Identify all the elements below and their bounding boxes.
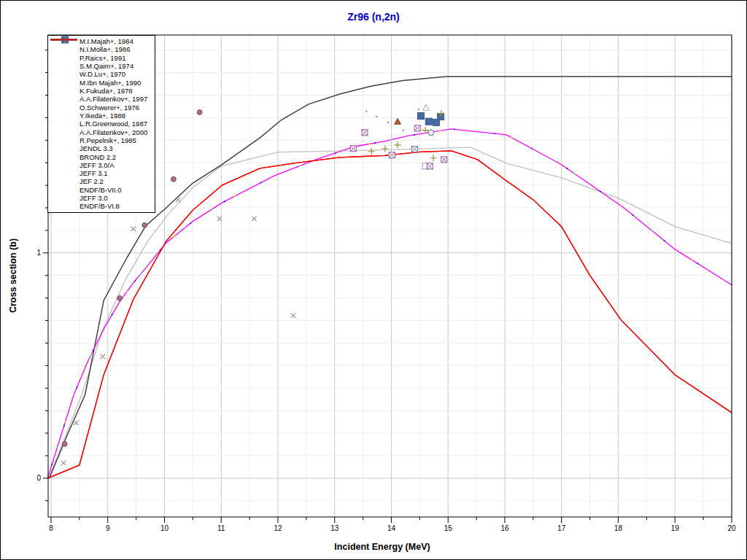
x-axis-label: Incident Energy (MeV) — [1, 542, 747, 552]
x-tick-label: 10 — [160, 524, 169, 532]
series-raics1991 — [61, 198, 295, 465]
legend-entry-schwerer1976: O.Schwerer+, 1976 — [48, 104, 155, 112]
legend-label: JEFF 3.0/A — [80, 162, 115, 169]
legend-label: N.I.Molla+, 1986 — [80, 46, 130, 53]
x-tick-label: 13 — [330, 524, 339, 532]
x-tick-label: 9 — [106, 524, 110, 532]
legend-entry-raics1991: P.Raics+, 1991 — [48, 54, 155, 62]
legend-box: M.I.Majah+, 1984N.I.Molla+, 1986P.Raics+… — [47, 35, 155, 213]
x-tick-label: 17 — [557, 524, 566, 532]
legend-entry-brond22: BROND 2.2 — [48, 153, 155, 161]
legend-label: Y.Ikeda+, 1988 — [80, 112, 125, 120]
legend-label: ENDF/B-VII.0 — [80, 187, 122, 194]
legend-label: W.D.Lu+, 1970 — [80, 71, 125, 78]
legend-label: JEF 2.2 — [80, 178, 104, 185]
legend-entry-lu1970: W.D.Lu+, 1970 — [48, 70, 155, 78]
x-tick-label: 20 — [727, 524, 736, 532]
x-tick-label: 11 — [217, 524, 225, 532]
legend-entry-filatenkov2000: A.A.Filatenkov+, 2000 — [48, 128, 155, 136]
tick-labels: 89101112131415161718192001 — [36, 249, 736, 532]
y-tick-label: 0 — [36, 474, 41, 482]
legend-label: R.Pepelnik+, 1985 — [80, 137, 136, 144]
legend-entry-jef22: JEF 2.2 — [48, 178, 155, 186]
legend-label: P.Raics+, 1991 — [80, 55, 125, 62]
legend-entry-jeff30: JEFF 3.0 — [48, 194, 155, 202]
legend-entry-jendl33: JENDL 3.3 — [48, 144, 155, 152]
legend-label: O.Schwerer+, 1976 — [80, 104, 139, 112]
legend-entry-molla1986: N.I.Molla+, 1986 — [48, 45, 155, 53]
series-fukuda1978 — [423, 105, 429, 111]
legend-entry-ikeda1988: Y.Ikeda+, 1988 — [48, 112, 155, 120]
x-tick-label: 12 — [274, 524, 282, 532]
legend-label: ENDF/B-VI.8 — [80, 203, 120, 210]
legend-label: K.Fukuda+, 1978 — [80, 88, 133, 95]
legend-entry-filatenkov1997: A.A.Filatenkov+, 1997 — [48, 95, 155, 103]
legend-entry-fukuda1978: K.Fukuda+, 1978 — [48, 87, 155, 95]
x-tick-label: 18 — [614, 524, 623, 532]
series-filatenkov1997 — [395, 118, 401, 124]
legend-label: L.R.Greenwood, 1987 — [80, 120, 147, 128]
x-tick-label: 15 — [444, 524, 453, 532]
chart-window: Zr96 (n,2n) Cross section (b) 8910111213… — [0, 0, 747, 560]
legend-entry-endfb70: ENDF/B-VII.0 — [48, 186, 155, 194]
legend-label: JEFF 3.1 — [80, 170, 108, 177]
legend-label: M.I.Majah+, 1984 — [80, 38, 133, 45]
x-tick-label: 16 — [500, 524, 509, 532]
x-tick-label: 19 — [671, 524, 680, 532]
legend-entry-jeff30a: JEFF 3.0/A — [48, 161, 155, 169]
legend-entry-endfb68: ENDF/B-VI.8 — [48, 203, 155, 211]
legend-entry-pepelnik1985: R.Pepelnik+, 1985 — [48, 136, 155, 144]
series-greenwood1987 — [417, 112, 444, 125]
legend-label: JENDL 3.3 — [80, 145, 113, 152]
legend-entry-ibnmajah1990: M.Ibn Majah+, 1990 — [48, 79, 155, 87]
x-tick-label: 14 — [387, 524, 396, 532]
legend-entry-qaim1974: S.M.Qaim+, 1974 — [48, 62, 155, 70]
y-tick-label: 1 — [36, 249, 41, 257]
series-lu1970 — [411, 147, 417, 152]
legend-label: A.A.Filatenkov+, 2000 — [80, 129, 147, 136]
legend-label: A.A.Filatenkov+, 1997 — [80, 96, 147, 103]
series-qaim1974 — [428, 130, 434, 136]
legend-label: JEFF 3.0 — [80, 195, 108, 202]
legend-entry-greenwood1987: L.R.Greenwood, 1987 — [48, 120, 155, 128]
legend-label: M.Ibn Majah+, 1990 — [80, 79, 141, 87]
legend-label: S.M.Qaim+, 1974 — [80, 63, 133, 70]
legend-entry-jeff31: JEFF 3.1 — [48, 169, 155, 177]
series-majah1984 — [365, 111, 389, 124]
x-tick-label: 8 — [49, 524, 53, 532]
legend-label: BROND 2.2 — [80, 154, 116, 161]
